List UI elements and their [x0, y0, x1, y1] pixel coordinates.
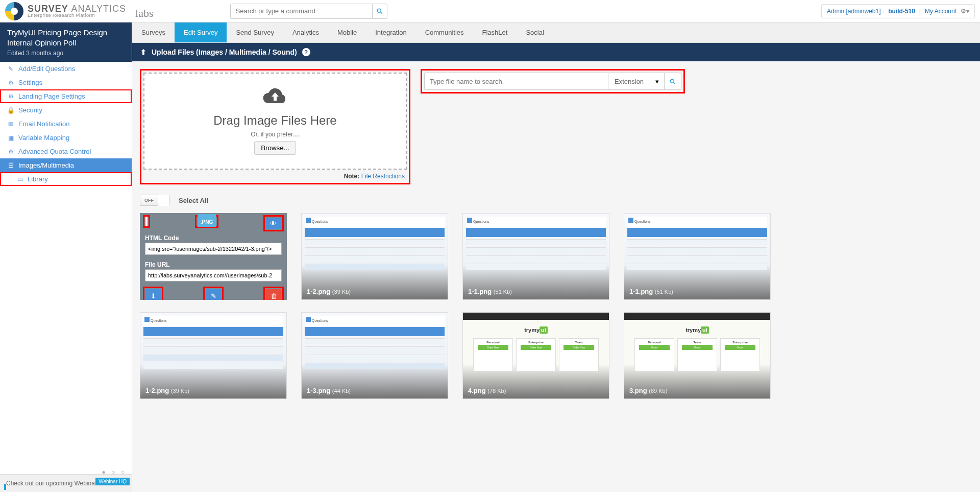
lock-icon: 🔒	[7, 107, 14, 114]
file-item-expanded[interactable]: .PNG 👁 HTML Code File URL ⬇ ✎ 🗑	[140, 213, 287, 300]
edit-icon: ✎	[7, 65, 14, 73]
gears-icon: ⚙	[7, 148, 14, 155]
global-search	[230, 4, 387, 19]
file-url-input[interactable]	[145, 269, 282, 282]
my-account-link[interactable]: My Account	[925, 8, 957, 15]
search-input[interactable]	[230, 4, 372, 19]
svg-line-3	[674, 82, 675, 84]
file-restrictions-link[interactable]: File Restrictions	[361, 173, 405, 180]
file-search-input[interactable]	[424, 73, 608, 90]
tab-flashlet[interactable]: FlashLet	[473, 22, 517, 42]
top-nav: Surveys Edit Survey Send Survey Analytic…	[132, 22, 980, 43]
file-grid: .PNG 👁 HTML Code File URL ⬇ ✎ 🗑 Question…	[140, 213, 972, 399]
file-dropzone[interactable]: Drag Image Files Here Or, if you prefer.…	[143, 73, 407, 170]
tab-integration[interactable]: Integration	[366, 22, 415, 42]
nav-images-multimedia[interactable]: ☰Images/Multimedia	[0, 158, 132, 172]
carousel-dots-icon[interactable]: ● ○ ○	[102, 468, 127, 476]
nav-library[interactable]: ▭Library	[0, 172, 132, 186]
file-item[interactable]: Questions 1-3.png (44 Kb)	[301, 312, 448, 399]
sidebar-header: TryMyUI Pricing Page Design Internal Opi…	[0, 22, 132, 62]
edited-meta: Edited 3 months ago	[7, 50, 125, 57]
sidebar: TryMyUI Pricing Page Design Internal Opi…	[0, 22, 132, 492]
download-icon[interactable]: ⬇	[145, 289, 161, 300]
sliders-icon: ⚙	[7, 93, 14, 100]
gear-icon: ⚙	[7, 79, 14, 86]
svg-point-2	[670, 79, 674, 83]
html-code-label: HTML Code	[140, 231, 287, 243]
help-icon[interactable]: ?	[302, 48, 310, 56]
edit-icon[interactable]: ✎	[206, 289, 221, 300]
cloud-icon	[263, 87, 287, 106]
progress-bar	[4, 484, 6, 490]
upload-icon: ⬆	[140, 48, 146, 56]
file-item[interactable]: trymyui PersonalOrder TeamOrder Enterpri…	[624, 312, 771, 399]
tab-surveys[interactable]: Surveys	[132, 22, 175, 42]
tab-analytics[interactable]: Analytics	[283, 22, 328, 42]
note-label: Note:	[344, 173, 360, 180]
envelope-icon: ✉	[7, 121, 14, 128]
nav-quota[interactable]: ⚙Advanced Quota Control	[0, 145, 132, 158]
html-code-input[interactable]	[145, 243, 282, 255]
labs-badge: labs	[135, 7, 153, 20]
account-bar: Admin [adminweb1] : build-510 | My Accou…	[821, 4, 975, 18]
extension-dropdown-toggle[interactable]: ▾	[650, 73, 664, 90]
build-link[interactable]: build-510	[888, 8, 915, 15]
svg-point-0	[377, 9, 381, 13]
file-item[interactable]: Questions 1-2.png (39 Kb)	[301, 213, 448, 300]
search-button[interactable]	[372, 4, 387, 19]
grid-controls: OFF Select All	[140, 195, 972, 206]
webinar-tag[interactable]: Webinar HQ	[95, 478, 130, 485]
select-checkbox[interactable]	[145, 217, 148, 226]
nav-landing-page[interactable]: ⚙Landing Page Settings	[0, 89, 132, 103]
file-url-label: File URL	[140, 258, 287, 269]
app-header: SURVEY ANALYTICS Enterprise Research Pla…	[0, 0, 980, 22]
dropzone-title: Drag Image Files Here	[213, 113, 336, 128]
tab-social[interactable]: Social	[517, 22, 553, 42]
file-item[interactable]: Questions 1-1.png (51 Kb)	[624, 213, 771, 300]
select-toggle[interactable]: OFF	[140, 195, 169, 206]
tab-mobile[interactable]: Mobile	[328, 22, 366, 42]
cloud-upload-icon	[263, 87, 287, 110]
filetype-badge: .PNG	[198, 214, 216, 227]
book-icon: ▭	[16, 176, 23, 183]
brand-logo: SURVEY ANALYTICS Enterprise Research Pla…	[5, 2, 154, 20]
promo-bar[interactable]: ● ○ ○ Check out our upcoming Webinar! We…	[0, 474, 132, 492]
grid-icon: ▦	[7, 134, 14, 142]
nav-variable[interactable]: ▦Variable Mapping	[0, 131, 132, 145]
list-icon: ☰	[7, 162, 14, 169]
nav-settings[interactable]: ⚙Settings	[0, 76, 132, 89]
dropzone-highlight: Drag Image Files Here Or, if you prefer.…	[140, 69, 410, 184]
file-search-button[interactable]	[664, 73, 681, 90]
browse-button[interactable]: Browse...	[254, 141, 296, 155]
file-item[interactable]: trymyui PersonalOrder Now EnterpriseOrde…	[462, 312, 609, 399]
delete-icon[interactable]: 🗑	[266, 289, 281, 300]
select-all-label[interactable]: Select All	[179, 197, 208, 204]
tab-edit-survey[interactable]: Edit Survey	[175, 22, 227, 42]
file-item[interactable]: Questions 1-2.png (39 Kb)	[140, 312, 287, 399]
search-icon	[376, 8, 383, 15]
nav-add-edit[interactable]: ✎Add/Edit Questions	[0, 62, 132, 76]
file-search: Extension ▾	[424, 73, 681, 90]
tab-communities[interactable]: Communities	[416, 22, 473, 42]
side-nav: ✎Add/Edit Questions ⚙Settings ⚙Landing P…	[0, 62, 132, 186]
file-item[interactable]: Questions 1-1.png (51 Kb)	[462, 213, 609, 300]
extension-filter[interactable]: Extension	[608, 73, 650, 90]
main-content: Surveys Edit Survey Send Survey Analytic…	[132, 22, 980, 492]
tab-send-survey[interactable]: Send Survey	[227, 22, 283, 42]
search-icon	[669, 78, 676, 85]
file-search-highlight: Extension ▾	[421, 69, 685, 93]
preview-icon[interactable]: 👁	[266, 218, 281, 229]
page-banner: ⬆ Upload Files (Images / Multimedia / So…	[132, 43, 980, 61]
survey-title: TryMyUI Pricing Page Design Internal Opi…	[7, 28, 125, 48]
svg-line-1	[380, 12, 382, 14]
nav-security[interactable]: 🔒Security	[0, 103, 132, 117]
nav-email[interactable]: ✉Email Notification	[0, 117, 132, 131]
logo-mark-icon	[5, 2, 23, 20]
gear-icon[interactable]: ⚙▾	[961, 8, 969, 15]
admin-label: Admin [adminweb1] :	[827, 8, 884, 15]
dropzone-subtitle: Or, if you prefer....	[251, 131, 299, 138]
